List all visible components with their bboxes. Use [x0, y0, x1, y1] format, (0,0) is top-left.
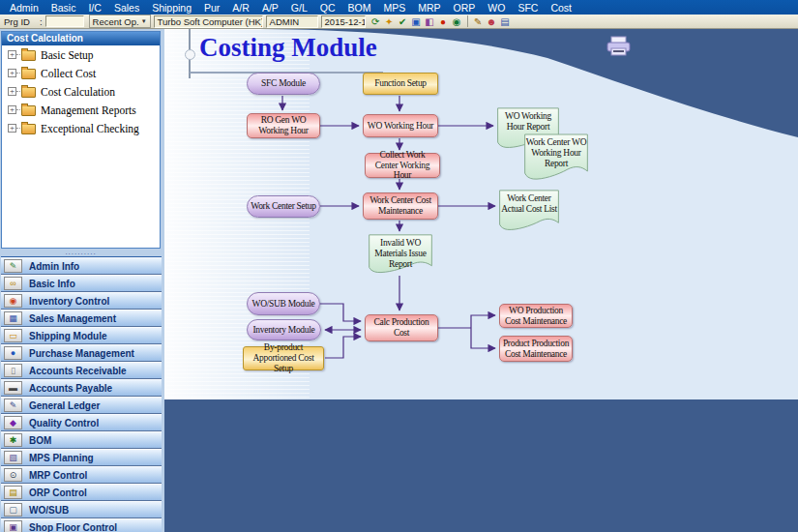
mps-icon: ▧: [4, 451, 22, 464]
expand-plus-icon[interactable]: [8, 69, 16, 77]
flow-node-work-center-wo-working-hour-report[interactable]: Work Center WO Working Hour Report: [524, 133, 588, 182]
date-field: 2015-12-14: [321, 15, 366, 28]
print-button[interactable]: [606, 36, 631, 56]
tree-item-exceptional-checking[interactable]: Exceptional Checking: [2, 119, 160, 137]
expand-plus-icon[interactable]: [8, 124, 16, 133]
menu-qc[interactable]: QC: [320, 2, 336, 14]
alarm-icon[interactable]: ●: [437, 15, 450, 28]
tree-connector: [16, 109, 20, 110]
tree-item-label: Collect Cost: [41, 68, 96, 79]
module-accordion: ✎Admin Info∞Basic Info◉Inventory Control…: [1, 256, 162, 532]
basic-info-icon: ∞: [4, 277, 22, 290]
users-icon[interactable]: ☻: [486, 15, 498, 28]
module-item-shop-floor-control[interactable]: ▣Shop Floor Control: [1, 518, 162, 532]
expand-plus-icon[interactable]: [8, 105, 16, 114]
tree-item-management-reports[interactable]: Management Reports: [2, 101, 160, 119]
approve-icon[interactable]: ✔: [397, 15, 409, 28]
module-item-purchase-management[interactable]: ●Purchase Management: [1, 344, 162, 362]
sales-icon: ▦: [4, 311, 22, 325]
database-icon[interactable]: ◧: [424, 15, 436, 28]
settings-icon[interactable]: ✦: [383, 15, 396, 28]
folder-icon: [21, 50, 36, 61]
flow-node-byproduct-apportioned-cost-setup[interactable]: By-product Apportioned Cost Setup: [243, 346, 324, 370]
flow-node-ro-gen-wo-working-hour[interactable]: RO Gen WO Working Hour: [247, 113, 320, 138]
flow-node-sfc-module[interactable]: SFC Module: [247, 73, 320, 95]
tree-item-label: Cost Calculation: [41, 86, 115, 98]
menu-orp[interactable]: ORP: [454, 2, 476, 14]
menu-pur[interactable]: Pur: [204, 2, 220, 14]
purchase-icon: ●: [4, 346, 22, 360]
expand-plus-icon[interactable]: [8, 50, 16, 59]
module-item-accounts-receivable[interactable]: ▯Accounts Receivable: [1, 362, 162, 379]
picture-icon[interactable]: ▣: [410, 15, 423, 28]
tree-panel: Cost Calculation Basic SetupCollect Cost…: [1, 31, 161, 249]
menu-basic[interactable]: Basic: [51, 2, 76, 14]
tree-item-basic-setup[interactable]: Basic Setup: [2, 45, 160, 64]
flow-node-work-center-actual-cost-list[interactable]: Work Center Actual Cost List: [499, 190, 559, 232]
mrp-icon: ⊙: [4, 468, 22, 482]
module-item-wo-sub[interactable]: ▢WO/SUB: [1, 501, 162, 518]
shipping-icon: ▭: [4, 329, 22, 342]
menu-mrp[interactable]: MRP: [418, 2, 440, 14]
flow-node-function-setup[interactable]: Function Setup: [363, 73, 438, 95]
module-item-label: General Ledger: [29, 400, 100, 411]
module-item-basic-info[interactable]: ∞Basic Info: [1, 275, 162, 292]
module-item-admin-info[interactable]: ✎Admin Info: [1, 257, 162, 275]
menu-g-l[interactable]: G/L: [291, 2, 308, 14]
printer-icon: [606, 36, 631, 56]
menu-a-r[interactable]: A/R: [232, 2, 250, 14]
flow-node-calc-production-cost[interactable]: Calc Production Cost: [365, 314, 438, 341]
menu-shipping[interactable]: Shipping: [152, 2, 192, 14]
module-item-quality-control[interactable]: ◆Quality Control: [1, 414, 162, 431]
module-item-accounts-payable[interactable]: ▬Accounts Payable: [1, 379, 162, 397]
flow-node-product-production-cost-maintenance[interactable]: Product Production Cost Maintenance: [499, 336, 573, 362]
notes-icon[interactable]: ▤: [499, 15, 512, 28]
flow-node-work-center-cost-maintenance[interactable]: Work Center Cost Maintenance: [363, 192, 438, 220]
prg-id-input[interactable]: [45, 15, 84, 27]
module-item-mps-planning[interactable]: ▧MPS Planning: [1, 449, 162, 466]
module-item-general-ledger[interactable]: ✎General Ledger: [1, 397, 162, 414]
expand-plus-icon[interactable]: [8, 87, 16, 96]
prg-id-label: Prg ID: [4, 16, 30, 27]
camera-icon[interactable]: ◉: [451, 15, 463, 28]
recent-op-dropdown[interactable]: Recent Op. ▼: [89, 15, 151, 28]
folder-icon: [21, 105, 36, 116]
flow-node-inventory-module[interactable]: Inventory Module: [247, 319, 321, 340]
module-item-inventory-control[interactable]: ◉Inventory Control: [1, 292, 162, 310]
menu-cost[interactable]: Cost: [550, 2, 572, 14]
module-item-label: Quality Control: [29, 418, 99, 429]
module-item-bom[interactable]: ✱BOM: [1, 431, 162, 449]
flow-node-invalid-wo-materials-issue-report[interactable]: Invalid WO Materials Issue Report: [369, 234, 432, 275]
tree-panel-header: Cost Calculation: [2, 32, 160, 45]
flow-node-wo-production-cost-maintenance[interactable]: WO Production Cost Maintenance: [499, 304, 573, 328]
tree-item-cost-calculation[interactable]: Cost Calculation: [2, 82, 160, 101]
flow-node-collect-work-center-working-hour[interactable]: Collect Work Center Working Hour: [365, 153, 440, 178]
menu-i-c[interactable]: I/C: [88, 2, 101, 14]
module-item-shipping-module[interactable]: ▭Shipping Module: [1, 327, 162, 344]
menu-wo[interactable]: WO: [488, 2, 505, 14]
module-item-label: Shop Floor Control: [29, 522, 117, 532]
flow-node-wo-working-hour[interactable]: WO Working Hour: [363, 114, 438, 137]
menu-a-p[interactable]: A/P: [262, 2, 279, 14]
page-title-block: Costing Module: [199, 33, 377, 63]
shopfloor-icon: ▣: [4, 520, 22, 532]
bom-icon: ✱: [4, 433, 22, 447]
menu-admin[interactable]: Admin: [10, 2, 39, 14]
menu-mps[interactable]: MPS: [383, 2, 405, 14]
menu-sfc[interactable]: SFC: [517, 2, 538, 14]
sign-icon[interactable]: ✎: [472, 15, 485, 28]
tree-item-collect-cost[interactable]: Collect Cost: [2, 64, 160, 82]
refresh-icon[interactable]: ⟳: [369, 15, 382, 28]
application-window: AdminBasicI/CSalesShippingPurA/RA/PG/LQC…: [0, 0, 798, 532]
module-item-orp-control[interactable]: ▤ORP Control: [1, 484, 162, 501]
module-item-sales-management[interactable]: ▦Sales Management: [1, 310, 162, 327]
module-item-label: Shipping Module: [29, 331, 107, 341]
splitter-handle[interactable]: ..........: [1, 250, 161, 256]
tree-item-label: Exceptional Checking: [41, 123, 139, 134]
menu-sales[interactable]: Sales: [114, 2, 139, 14]
flow-node-wosub-module[interactable]: WO/SUB Module: [247, 292, 320, 315]
recent-op-label: Recent Op.: [93, 16, 139, 27]
module-item-mrp-control[interactable]: ⊙MRP Control: [1, 466, 162, 484]
menu-bom[interactable]: BOM: [348, 2, 371, 14]
flow-node-work-center-setup[interactable]: Work Center Setup: [247, 195, 320, 218]
